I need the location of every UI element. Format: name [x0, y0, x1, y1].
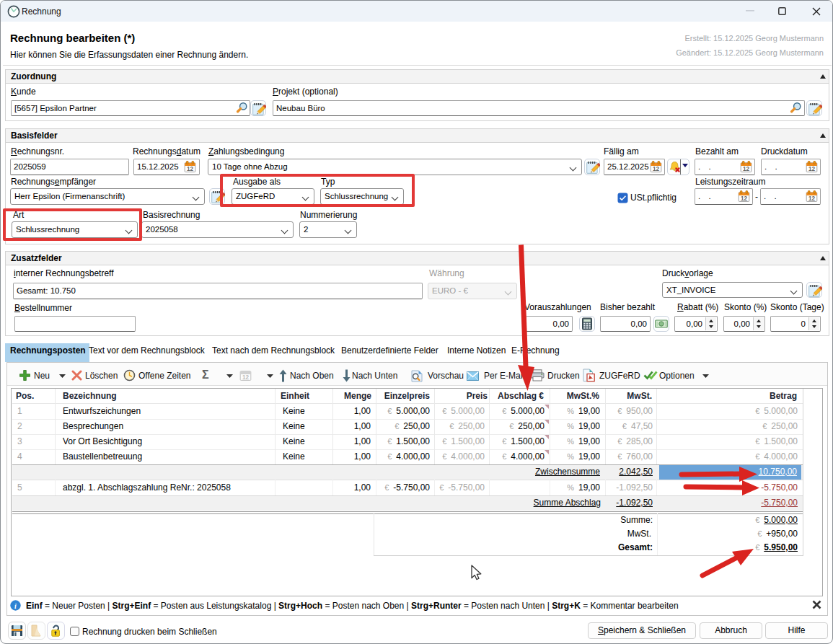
svg-text:i: i	[14, 602, 17, 610]
svg-text:12: 12	[242, 374, 250, 381]
